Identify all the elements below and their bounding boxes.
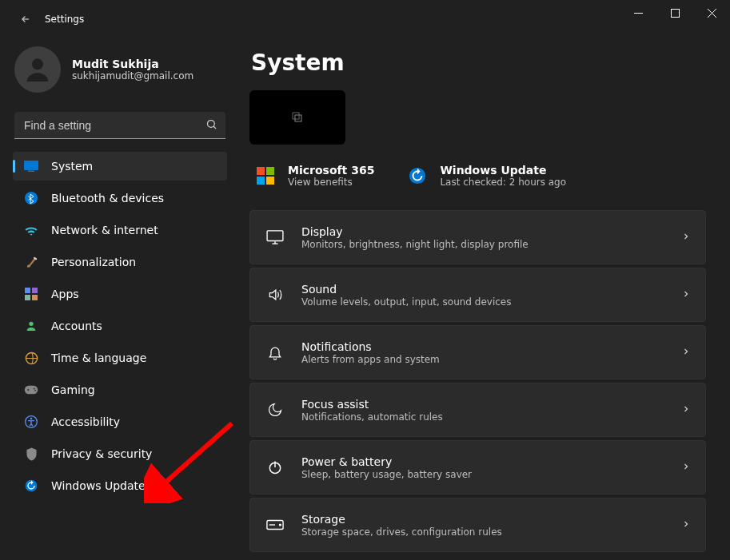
apps-icon <box>24 287 38 301</box>
display-preview[interactable] <box>249 90 345 145</box>
svg-point-18 <box>34 388 35 390</box>
back-button[interactable] <box>14 8 37 30</box>
sidebar-item-accessibility[interactable]: Accessibility <box>13 407 227 436</box>
card-sub: Volume levels, output, input, sound devi… <box>301 296 665 308</box>
display-icon <box>265 227 285 248</box>
svg-rect-28 <box>266 177 274 185</box>
user-block[interactable]: Mudit Sukhija sukhijamudit@gmail.com <box>13 38 227 107</box>
chevron-right-icon <box>681 461 691 474</box>
card-storage[interactable]: Storage Storage space, drives, configura… <box>249 498 706 552</box>
sidebar-item-label: Network & internet <box>51 224 158 236</box>
monitor-mini-icon <box>292 112 303 123</box>
svg-rect-25 <box>257 167 265 175</box>
person-icon <box>22 54 54 85</box>
chip-sub: View benefits <box>288 177 374 188</box>
main-panel: System Microsoft 365 View benefits <box>240 38 730 560</box>
sidebar-item-label: Time & language <box>51 351 146 364</box>
accessibility-icon <box>24 415 38 429</box>
shield-icon <box>24 447 38 461</box>
info-chips: Microsoft 365 View benefits Windows Upda… <box>249 164 706 188</box>
update-icon <box>24 479 38 493</box>
search-input[interactable] <box>14 112 225 139</box>
storage-icon <box>265 514 285 535</box>
sidebar-item-system[interactable]: System <box>13 152 227 181</box>
sidebar-item-bluetooth[interactable]: Bluetooth & devices <box>13 184 227 212</box>
person-icon <box>24 319 38 333</box>
brush-icon <box>24 255 38 269</box>
sidebar-item-apps[interactable]: Apps <box>13 280 227 308</box>
sidebar-item-label: Accounts <box>51 320 102 332</box>
sidebar-item-label: Personalization <box>51 256 136 268</box>
microsoft-365-icon <box>254 165 277 187</box>
card-display[interactable]: Display Monitors, brightness, night ligh… <box>249 210 706 264</box>
svg-rect-1 <box>671 9 679 17</box>
sidebar-item-privacy[interactable]: Privacy & security <box>13 439 227 468</box>
clock-globe-icon <box>24 351 38 365</box>
svg-rect-16 <box>25 386 38 395</box>
sidebar-item-label: Gaming <box>51 383 95 396</box>
avatar <box>14 46 61 93</box>
minimize-icon <box>634 9 643 18</box>
card-notifications[interactable]: Notifications Alerts from apps and syste… <box>249 325 706 379</box>
card-title: Sound <box>301 283 665 296</box>
maximize-icon <box>671 9 680 18</box>
sidebar-item-label: Windows Update <box>51 479 146 492</box>
sidebar-item-label: Apps <box>51 288 79 300</box>
chevron-right-icon <box>681 288 691 301</box>
chip-text: Windows Update Last checked: 2 hours ago <box>440 164 566 188</box>
card-title: Notifications <box>301 340 665 353</box>
chevron-right-icon <box>681 231 691 244</box>
bluetooth-icon <box>24 191 38 205</box>
card-title: Focus assist <box>301 398 665 411</box>
chevron-right-icon <box>681 518 691 531</box>
card-sub: Alerts from apps and system <box>301 354 665 365</box>
close-button[interactable] <box>693 0 730 26</box>
sidebar-item-time-language[interactable]: Time & language <box>13 344 227 372</box>
card-text: Sound Volume levels, output, input, soun… <box>301 283 665 308</box>
chip-title: Windows Update <box>440 164 566 177</box>
card-sub: Monitors, brightness, night light, displ… <box>301 239 665 250</box>
chip-text: Microsoft 365 View benefits <box>288 164 374 188</box>
settings-cards: Display Monitors, brightness, night ligh… <box>249 210 706 552</box>
chip-windows-update[interactable]: Windows Update Last checked: 2 hours ago <box>406 164 566 188</box>
close-icon <box>708 9 716 18</box>
sidebar-item-label: Bluetooth & devices <box>51 192 164 205</box>
system-icon <box>24 159 38 173</box>
svg-rect-11 <box>32 288 38 293</box>
bell-icon <box>265 342 285 363</box>
sidebar-item-windows-update[interactable]: Windows Update <box>13 471 227 500</box>
svg-rect-23 <box>293 113 299 119</box>
chevron-right-icon <box>681 346 691 359</box>
page-title: System <box>251 50 706 76</box>
svg-rect-26 <box>266 167 274 175</box>
search-box <box>14 112 225 139</box>
sidebar-item-gaming[interactable]: Gaming <box>13 375 227 404</box>
user-email: sukhijamudit@gmail.com <box>72 70 193 81</box>
card-title: Power & battery <box>301 455 665 468</box>
sound-icon <box>265 284 285 305</box>
svg-rect-13 <box>32 295 38 300</box>
card-text: Focus assist Notifications, automatic ru… <box>301 398 665 423</box>
svg-rect-12 <box>25 295 30 300</box>
card-sub: Notifications, automatic rules <box>301 411 665 423</box>
power-icon <box>265 457 285 478</box>
svg-point-19 <box>34 390 36 391</box>
sidebar-item-accounts[interactable]: Accounts <box>13 312 227 340</box>
card-sound[interactable]: Sound Volume levels, output, input, soun… <box>249 268 706 322</box>
sidebar-item-network[interactable]: Network & internet <box>13 216 227 244</box>
user-text: Mudit Sukhija sukhijamudit@gmail.com <box>72 58 193 81</box>
svg-point-4 <box>32 58 43 70</box>
sidebar-item-label: System <box>51 160 93 173</box>
chip-microsoft-365[interactable]: Microsoft 365 View benefits <box>254 164 374 188</box>
minimize-button[interactable] <box>620 0 656 26</box>
svg-rect-7 <box>24 161 38 170</box>
sidebar-item-personalization[interactable]: Personalization <box>13 248 227 276</box>
sidebar: Mudit Sukhija sukhijamudit@gmail.com Sys… <box>0 38 240 560</box>
card-focus-assist[interactable]: Focus assist Notifications, automatic ru… <box>249 383 706 437</box>
svg-rect-24 <box>295 115 301 121</box>
svg-rect-27 <box>257 177 265 185</box>
sidebar-item-label: Accessibility <box>51 415 120 428</box>
svg-rect-8 <box>28 171 34 173</box>
maximize-button[interactable] <box>656 0 693 26</box>
card-power-battery[interactable]: Power & battery Sleep, battery usage, ba… <box>249 440 706 494</box>
